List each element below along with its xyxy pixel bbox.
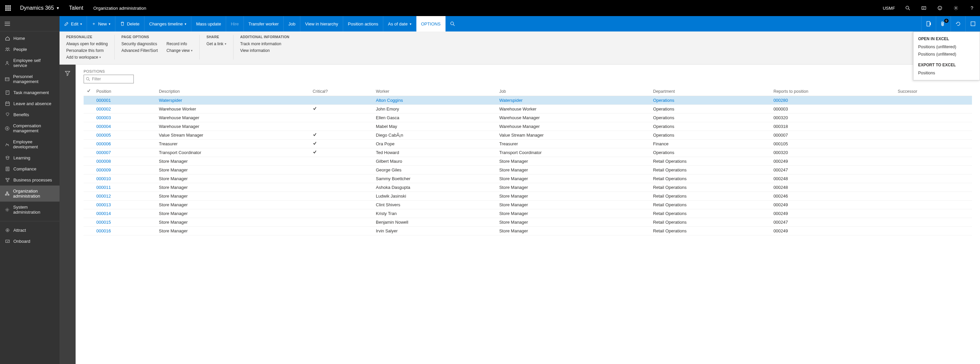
- column-header[interactable]: Job: [497, 87, 651, 96]
- app-name[interactable]: Talent: [64, 5, 89, 11]
- row-select[interactable]: [84, 192, 94, 201]
- nav-item-pm[interactable]: Personnel management: [0, 71, 59, 87]
- nav-item-sys[interactable]: System administration: [0, 201, 59, 218]
- position-link[interactable]: 000007: [96, 150, 111, 155]
- row-select[interactable]: [84, 131, 94, 140]
- row-select[interactable]: [84, 174, 94, 183]
- table-row[interactable]: 000011Store ManagerAshoka DasguptaStore …: [84, 183, 972, 192]
- table-row[interactable]: 000010Store ManagerSammy BoettcherStore …: [84, 174, 972, 183]
- ribbon-link-security[interactable]: Security diagnostics: [121, 42, 158, 46]
- position-link[interactable]: 000012: [96, 193, 111, 199]
- column-header[interactable]: Reports to position: [771, 87, 895, 96]
- ribbon-link-change-view[interactable]: Change view▾: [167, 48, 192, 53]
- row-select[interactable]: [84, 209, 94, 218]
- position-link[interactable]: 000016: [96, 228, 111, 233]
- position-link[interactable]: 000004: [96, 124, 111, 129]
- options-tab[interactable]: OPTIONS: [417, 16, 446, 32]
- ribbon-link-personalize-form[interactable]: Personalize this form: [66, 48, 108, 53]
- office-icon[interactable]: [921, 16, 936, 32]
- column-header[interactable]: [84, 87, 94, 96]
- nav-item-benefits[interactable]: Benefits: [0, 109, 59, 120]
- nav-item-home[interactable]: Home: [0, 33, 59, 44]
- nav-item-bp[interactable]: Business processes: [0, 174, 59, 185]
- position-link[interactable]: 000010: [96, 176, 111, 181]
- gear-icon[interactable]: [948, 0, 964, 16]
- table-row[interactable]: 000002Warehouse WorkerJohn EmoryWarehous…: [84, 105, 972, 113]
- ribbon-link-add-workspace[interactable]: Add to workspace▾: [66, 55, 108, 60]
- position-link[interactable]: 000008: [96, 159, 111, 164]
- flyout-item-positions-unfiltered[interactable]: Positions (unfiltered): [913, 51, 980, 58]
- row-select[interactable]: [84, 140, 94, 148]
- column-header[interactable]: Position: [94, 87, 156, 96]
- nav-item-task[interactable]: Task management: [0, 87, 59, 98]
- nav-item-comp[interactable]: $Compensation management: [0, 120, 59, 136]
- nav-item-self[interactable]: Employee self service: [0, 55, 59, 71]
- table-row[interactable]: 000008Store ManagerGilbert MauroStore Ma…: [84, 157, 972, 166]
- app-launcher-icon[interactable]: [0, 0, 16, 16]
- position-link[interactable]: 000015: [96, 220, 111, 225]
- grid-filter-input[interactable]: Filter: [84, 75, 134, 83]
- position-link[interactable]: 000006: [96, 141, 111, 146]
- row-select[interactable]: [84, 122, 94, 131]
- table-row[interactable]: 000006TreasurerOra PopeTreasurerFinance0…: [84, 140, 972, 148]
- table-row[interactable]: 000003Warehouse ManagerEllen GascaWareho…: [84, 113, 972, 122]
- table-row[interactable]: 000014Store ManagerKristy TranStore Mana…: [84, 209, 972, 218]
- table-row[interactable]: 000013Store ManagerClint ShiversStore Ma…: [84, 201, 972, 209]
- brand-dropdown[interactable]: Dynamics 365 ▼: [16, 5, 64, 11]
- nav-item-people[interactable]: People: [0, 44, 59, 55]
- ribbon-link-record-info[interactable]: Record info: [167, 42, 192, 46]
- nav-item-org[interactable]: Organization administration: [0, 185, 59, 201]
- delete-button[interactable]: Delete: [115, 16, 145, 32]
- help-icon[interactable]: ?: [964, 0, 980, 16]
- nav-item-leave[interactable]: Leave and absence: [0, 98, 59, 109]
- nav-collapse-button[interactable]: [0, 16, 59, 32]
- job-button[interactable]: Job: [284, 16, 301, 32]
- row-select[interactable]: [84, 183, 94, 192]
- table-row[interactable]: 000004Warehouse ManagerMabel MayWarehous…: [84, 122, 972, 131]
- search-action[interactable]: [445, 16, 460, 32]
- mass-update-button[interactable]: Mass update: [191, 16, 226, 32]
- row-select[interactable]: [84, 201, 94, 209]
- position-link[interactable]: 000011: [96, 185, 111, 190]
- changes-timeline-button[interactable]: Changes timeline ▾: [145, 16, 191, 32]
- row-select[interactable]: [84, 166, 94, 174]
- row-select[interactable]: [84, 218, 94, 227]
- view-hierarchy-button[interactable]: View in hierarchy: [301, 16, 343, 32]
- ribbon-link-track-more[interactable]: Track more information: [240, 42, 281, 46]
- nav-item-learn[interactable]: Learning: [0, 152, 59, 163]
- column-header[interactable]: Worker: [373, 87, 497, 96]
- popout-icon[interactable]: [965, 16, 980, 32]
- ribbon-link-get-link[interactable]: Get a link▾: [206, 42, 226, 46]
- table-row[interactable]: 000001WaterspiderAlton CogginsWaterspide…: [84, 96, 972, 105]
- row-select[interactable]: [84, 227, 94, 235]
- position-link[interactable]: 000002: [96, 107, 111, 112]
- position-link[interactable]: 000009: [96, 168, 111, 172]
- column-header[interactable]: Successor: [895, 87, 972, 96]
- row-select[interactable]: [84, 113, 94, 122]
- ribbon-link-always-open[interactable]: Always open for editing: [66, 42, 108, 46]
- table-row[interactable]: 000016Store ManagerIrvin SalyerStore Man…: [84, 227, 972, 235]
- nav-item-onboard[interactable]: Onboard: [0, 236, 59, 247]
- company-picker[interactable]: USMF: [878, 6, 900, 11]
- table-row[interactable]: 000012Store ManagerLudwik JasinskiStore …: [84, 192, 972, 201]
- position-link[interactable]: 000003: [96, 115, 111, 120]
- edit-button[interactable]: Edit ▾: [59, 16, 87, 32]
- refresh-icon[interactable]: [951, 16, 965, 32]
- position-link[interactable]: 000005: [96, 133, 111, 137]
- new-button[interactable]: ＋ New ▾: [87, 16, 115, 32]
- flyout-item-positions-unfiltered[interactable]: Positions (unfiltered): [913, 43, 980, 51]
- row-select[interactable]: [84, 148, 94, 157]
- flyout-item-positions[interactable]: Positions: [913, 69, 980, 77]
- table-row[interactable]: 000005Value Stream ManagerDiego CabÃ¡nVa…: [84, 131, 972, 140]
- table-row[interactable]: 000015Store ManagerBenjamin NowellStore …: [84, 218, 972, 227]
- column-header[interactable]: Department: [650, 87, 771, 96]
- filter-funnel-icon[interactable]: [62, 68, 73, 79]
- row-select[interactable]: [84, 96, 94, 105]
- ribbon-link-filter-sort[interactable]: Advanced Filter/Sort: [121, 48, 158, 53]
- ribbon-link-view-info[interactable]: View information: [240, 48, 281, 53]
- search-icon[interactable]: [900, 0, 916, 16]
- position-link[interactable]: 000014: [96, 211, 111, 216]
- smiley-icon[interactable]: [932, 0, 948, 16]
- nav-item-dev[interactable]: Employee development: [0, 136, 59, 152]
- attachments-icon[interactable]: 0: [936, 16, 951, 32]
